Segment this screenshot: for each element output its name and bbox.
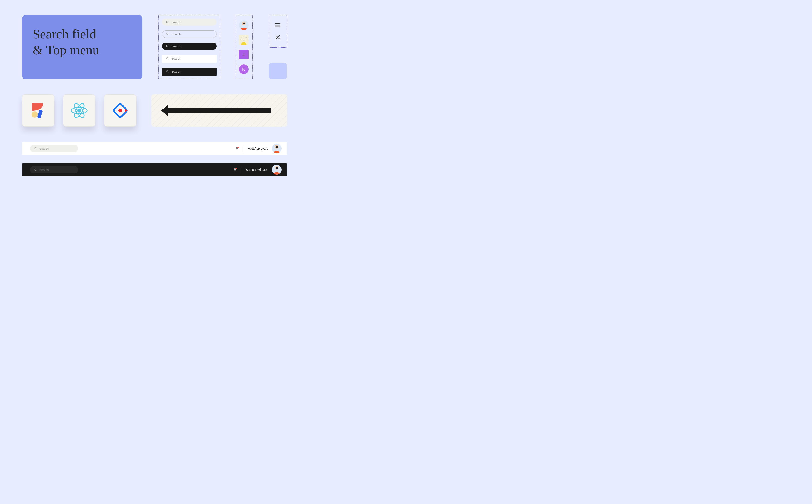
person-icon: [239, 20, 249, 30]
search-placeholder: Search: [171, 21, 180, 24]
search-placeholder: Search: [39, 147, 49, 150]
svg-point-20: [78, 109, 81, 112]
user-name[interactable]: Matt Appleyard: [248, 147, 268, 150]
hero-title-line1: Search field: [33, 27, 96, 41]
search-icon: [166, 57, 169, 60]
divider: [243, 145, 243, 152]
search-icon: [166, 33, 169, 36]
search-icon: [166, 45, 169, 48]
close-icon[interactable]: [275, 35, 280, 40]
logo-card-react[interactable]: [63, 94, 95, 127]
svg-rect-11: [243, 23, 245, 24]
person-icon: [272, 165, 282, 175]
logo-row: [22, 94, 136, 127]
avatar-illustration-1[interactable]: [239, 20, 249, 30]
search-placeholder: Search: [171, 57, 180, 60]
hero-card: Search field & Top menu: [22, 15, 142, 79]
svg-rect-19: [37, 109, 43, 119]
avatar-letter: K: [242, 66, 246, 72]
svg-point-4: [166, 45, 168, 47]
logo-card-antd[interactable]: [104, 94, 136, 127]
antd-logo-icon: [111, 101, 130, 120]
search-icon: [34, 168, 37, 171]
svg-line-27: [36, 149, 36, 150]
search-field-pill-dark[interactable]: Search: [162, 43, 217, 50]
search-field-rect-light[interactable]: Search: [162, 55, 217, 63]
arrow-card: [151, 94, 287, 127]
svg-point-18: [32, 111, 38, 118]
avatar-letter: J: [243, 52, 245, 57]
svg-point-6: [166, 58, 168, 59]
search-icon: [166, 21, 169, 24]
avatar-letter-j[interactable]: J: [239, 50, 249, 59]
topbar-light: Search Matt Appleyard: [22, 142, 287, 155]
user-avatar[interactable]: [272, 165, 282, 175]
color-swatch: [269, 63, 287, 79]
menu-icons-group: [269, 15, 287, 48]
logo-card-abstract[interactable]: [22, 94, 54, 127]
notification-dot: [237, 147, 239, 148]
user-name[interactable]: Samual Winston: [246, 168, 268, 171]
svg-point-26: [34, 147, 36, 149]
avatar-illustration-2[interactable]: [239, 35, 249, 45]
avatar-letter-k[interactable]: K: [239, 64, 249, 74]
avatar-variants-group: J K: [235, 15, 253, 79]
svg-line-3: [168, 34, 169, 35]
svg-line-5: [168, 47, 168, 47]
svg-line-7: [168, 59, 168, 60]
svg-point-12: [240, 37, 248, 40]
user-avatar[interactable]: [272, 144, 282, 153]
react-logo-icon: [69, 101, 89, 120]
notification-dot: [235, 168, 237, 169]
person-hat-icon: [239, 35, 249, 45]
svg-line-31: [36, 170, 36, 171]
notifications-button[interactable]: [235, 147, 239, 150]
svg-line-1: [168, 23, 168, 23]
svg-rect-29: [276, 146, 278, 148]
search-variants-group: Search Search Search Search Search: [158, 15, 220, 79]
topbar-search-input[interactable]: Search: [30, 145, 78, 152]
person-icon: [272, 144, 282, 153]
svg-point-0: [166, 21, 168, 23]
topbar-dark: Search Samual Winston: [22, 163, 287, 176]
svg-point-2: [167, 33, 168, 35]
svg-point-8: [166, 71, 168, 72]
notifications-button[interactable]: [233, 168, 237, 172]
search-icon: [34, 147, 37, 150]
search-placeholder: Search: [39, 168, 49, 171]
search-icon: [166, 70, 169, 73]
svg-point-25: [118, 109, 122, 112]
search-field-filled-light[interactable]: Search: [162, 19, 217, 26]
hamburger-icon[interactable]: [275, 23, 281, 27]
search-field-outlined[interactable]: Search: [162, 30, 217, 38]
search-placeholder: Search: [172, 32, 181, 36]
search-field-rect-dark[interactable]: Search: [162, 68, 217, 76]
abstract-logo-icon: [29, 102, 47, 119]
svg-rect-33: [276, 167, 278, 169]
arrow-left-icon: [167, 108, 271, 113]
search-placeholder: Search: [171, 45, 180, 48]
hero-title: Search field & Top menu: [33, 26, 132, 58]
svg-line-9: [168, 72, 168, 73]
search-placeholder: Search: [171, 70, 180, 73]
svg-point-30: [34, 169, 36, 170]
topbar-search-input[interactable]: Search: [30, 166, 78, 173]
hero-title-line2: & Top menu: [33, 43, 99, 57]
